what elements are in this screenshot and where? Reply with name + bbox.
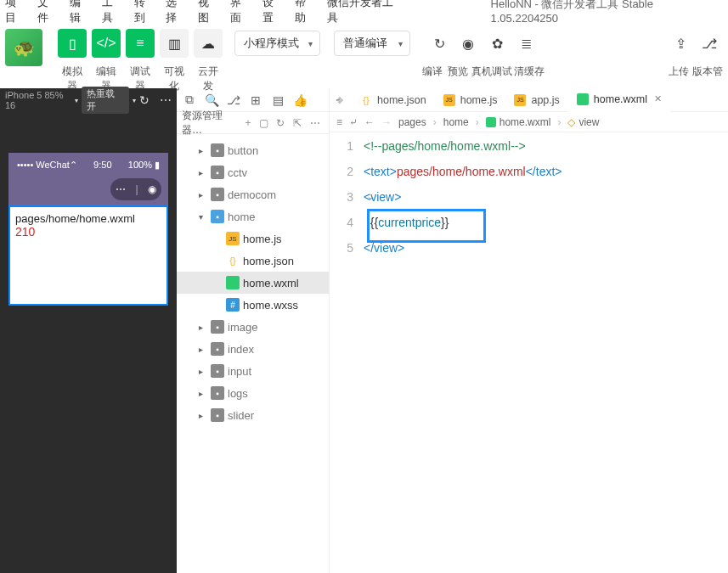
- tab-app-js[interactable]: JSapp.js: [505, 88, 567, 112]
- compile-select[interactable]: 普通编译: [334, 31, 410, 56]
- wrap-icon[interactable]: ⤶: [349, 116, 358, 128]
- branch-icon[interactable]: ⎇: [224, 91, 243, 110]
- tree-item-home-wxss[interactable]: #home.wxss: [177, 294, 329, 316]
- close-icon[interactable]: ✕: [654, 93, 662, 104]
- label-compile: 编译: [420, 65, 444, 79]
- compile-button[interactable]: ↻: [427, 29, 451, 58]
- hot-reload-chip[interactable]: 热重载 开: [82, 87, 129, 114]
- collapse-icon[interactable]: ⇱: [293, 117, 307, 129]
- code-line-5[interactable]: 5</view>: [330, 241, 728, 267]
- editor-tabs: {}home.jsonJShome.jsJSapp.jshome.wxml✕: [352, 88, 670, 112]
- bug-icon: ✿: [492, 36, 503, 52]
- menu-ui[interactable]: 界面: [230, 0, 252, 25]
- copy-icon[interactable]: ⧉: [180, 91, 199, 110]
- explorer-panel: ⧉ 🔍 ⎇ ⊞ ▤ 👍 资源管理器… ＋ ▢ ↻ ⇱ ⋯ ▸▪button▸▪c…: [177, 88, 330, 573]
- tree-item-label: cctv: [228, 166, 247, 179]
- tree-item-home[interactable]: ▾▪home: [177, 205, 329, 228]
- line-number: 4: [330, 216, 364, 229]
- db-icon[interactable]: ▤: [268, 91, 287, 110]
- code-line-2[interactable]: 2<text>pages/home/home.wxml</text>: [330, 165, 728, 190]
- fold-icon[interactable]: ⌄: [367, 192, 374, 201]
- more-sim-button[interactable]: ⋯: [160, 93, 172, 107]
- label-upload: 上传: [667, 65, 691, 79]
- new-file-icon[interactable]: ＋: [243, 115, 257, 130]
- tree-item-logs[interactable]: ▸▪logs: [177, 382, 329, 404]
- menu-view[interactable]: 视图: [198, 0, 220, 25]
- tab-label: app.js: [531, 94, 559, 106]
- list-icon[interactable]: ≡: [336, 116, 342, 128]
- crumb-element[interactable]: view: [578, 116, 599, 128]
- tab-home-js[interactable]: JShome.js: [435, 88, 506, 112]
- version-button[interactable]: ⎇: [697, 29, 721, 58]
- capsule-buttons[interactable]: ⋯ | ◉: [110, 178, 161, 200]
- chevron-down-icon: ▾: [75, 97, 78, 104]
- menu-settings[interactable]: 设置: [262, 0, 285, 25]
- tab-home-json[interactable]: {}home.json: [352, 88, 435, 112]
- menu-goto[interactable]: 转到: [134, 0, 156, 25]
- menu-devtools[interactable]: 微信开发者工具: [327, 0, 404, 25]
- upload-button[interactable]: ⇪: [669, 29, 692, 58]
- back-icon[interactable]: ←: [364, 116, 375, 128]
- refresh-tree-icon[interactable]: ↻: [276, 117, 290, 129]
- line-number: 2: [330, 165, 364, 178]
- debugger-toggle[interactable]: ≡: [126, 29, 155, 58]
- crumb-file[interactable]: home.wxml: [499, 116, 551, 128]
- file-tree[interactable]: ▸▪button▸▪cctv▸▪democom▾▪homeJShome.js{}…: [177, 134, 329, 431]
- tree-item-label: home.wxss: [243, 299, 298, 312]
- phone-page[interactable]: pages/home/home.wxml 210: [8, 205, 168, 306]
- code-editor[interactable]: 1<!--pages/home/home.wxml-->2<text>pages…: [330, 132, 728, 273]
- chevron-down-icon: ▾: [133, 97, 136, 104]
- tab-label: home.json: [377, 94, 426, 106]
- stack-icon: ≣: [521, 36, 532, 52]
- goto-icon[interactable]: ⎆: [330, 90, 350, 110]
- code-content: </view>: [364, 241, 404, 255]
- layout-icon[interactable]: ⊞: [246, 91, 265, 110]
- preview-button[interactable]: ◉: [456, 29, 480, 58]
- line-number: 1: [330, 139, 364, 153]
- menu-project[interactable]: 项目: [5, 0, 27, 25]
- menu-file[interactable]: 文件: [37, 0, 59, 25]
- tab-home-wxml[interactable]: home.wxml✕: [568, 88, 670, 112]
- visual-toggle[interactable]: ▥: [160, 29, 189, 58]
- tree-item-label: button: [228, 144, 258, 157]
- menu-help[interactable]: 帮助: [295, 0, 317, 25]
- cloud-toggle[interactable]: ☁: [194, 29, 223, 58]
- tree-item-label: democom: [228, 188, 276, 201]
- realdebug-button[interactable]: ✿: [485, 29, 509, 58]
- menu-edit[interactable]: 编辑: [70, 0, 92, 25]
- tree-item-democom[interactable]: ▸▪democom: [177, 183, 329, 205]
- phone-statusbar: ••••• WeChat⌃ 9:50 100% ▮: [8, 153, 168, 177]
- highlight-box: [367, 209, 486, 243]
- device-label[interactable]: iPhone 5 85% 16: [5, 90, 71, 110]
- refresh-sim-button[interactable]: ↻: [139, 93, 150, 107]
- main-toolbar: 🐢 ▯ </> ≡ ▥ ☁ 模拟器 编辑器 调试器 可视化 云开发 小程序模式 …: [0, 20, 728, 88]
- tree-item-home-js[interactable]: JShome.js: [177, 228, 329, 250]
- tree-item-slider[interactable]: ▸▪slider: [177, 404, 329, 426]
- tree-item-index[interactable]: ▸▪index: [177, 338, 329, 360]
- tree-item-home-wxml[interactable]: home.wxml: [177, 272, 329, 294]
- menu-tool[interactable]: 工具: [102, 0, 124, 25]
- page-value-text: 210: [15, 225, 161, 239]
- more-tree-icon[interactable]: ⋯: [310, 117, 324, 129]
- simulator-toggle[interactable]: ▯: [58, 29, 87, 58]
- chevron-icon: ▸: [199, 168, 207, 177]
- folder-icon: ▪: [211, 408, 224, 422]
- tree-item-button[interactable]: ▸▪button: [177, 139, 329, 161]
- mode-select[interactable]: 小程序模式: [234, 31, 320, 56]
- tree-item-image[interactable]: ▸▪image: [177, 316, 329, 338]
- search-icon[interactable]: 🔍: [202, 91, 221, 110]
- new-folder-icon[interactable]: ▢: [259, 117, 273, 129]
- code-line-1[interactable]: 1<!--pages/home/home.wxml-->: [330, 139, 728, 165]
- tree-item-input[interactable]: ▸▪input: [177, 360, 329, 382]
- thumb-icon[interactable]: 👍: [291, 91, 309, 110]
- tree-item-cctv[interactable]: ▸▪cctv: [177, 161, 329, 183]
- tree-item-home-json[interactable]: {}home.json: [177, 250, 329, 272]
- clearcache-button[interactable]: ≣: [514, 29, 538, 58]
- crumb-home[interactable]: home: [443, 116, 469, 128]
- crumb-pages[interactable]: pages: [398, 116, 426, 128]
- chevron-icon: ▾: [199, 212, 207, 222]
- editor-toggle[interactable]: </>: [92, 29, 121, 58]
- label-clear: 清缓存: [514, 65, 545, 79]
- menu-select[interactable]: 选择: [166, 0, 188, 25]
- forward-icon[interactable]: →: [381, 116, 392, 128]
